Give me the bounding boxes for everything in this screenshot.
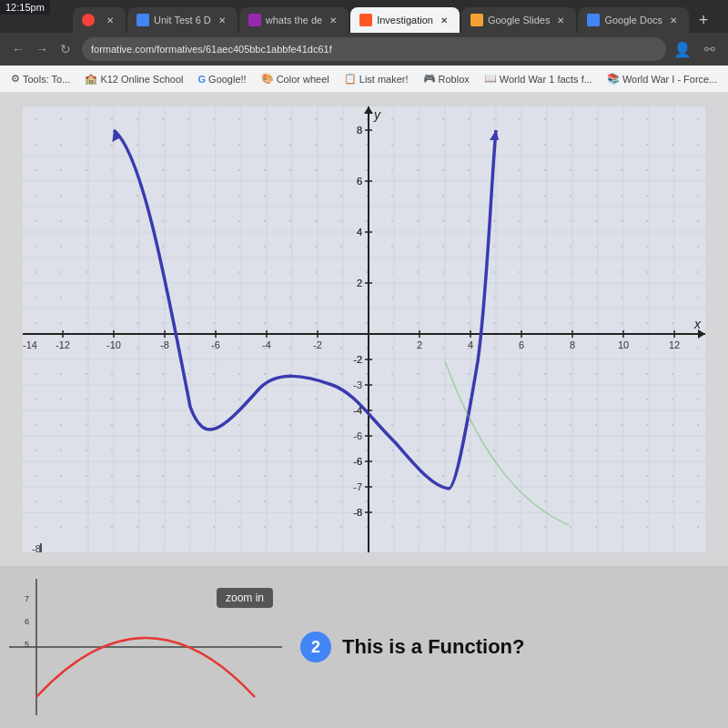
svg-text:2: 2 — [357, 278, 362, 288]
bookmark-ww1force-icon: 📚 — [607, 73, 620, 85]
svg-text:4: 4 — [468, 339, 473, 350]
svg-text:8: 8 — [357, 125, 362, 136]
bookmark-roblox[interactable]: 🎮 Roblox — [420, 71, 473, 86]
tab-3-label: whats the de — [266, 15, 322, 25]
question-number: 2 — [300, 632, 331, 662]
question-area: 2 This is a Function? — [300, 632, 719, 662]
svg-text:-8: -8 — [32, 543, 41, 552]
svg-text:-4: -4 — [262, 339, 271, 350]
svg-text:-8: -8 — [353, 507, 362, 518]
svg-text:-12: -12 — [56, 339, 70, 350]
bookmark-listmaker-icon: 📋 — [344, 73, 357, 85]
svg-text:10: 10 — [618, 339, 629, 350]
bookmark-google-icon: G — [198, 74, 207, 85]
tab-3-close[interactable]: ✕ — [327, 14, 339, 26]
bookmark-colorwheel-icon: 🎨 — [261, 73, 274, 85]
tab-6[interactable]: Google Docs ✕ — [578, 7, 689, 33]
tab-1-close[interactable]: ✕ — [104, 14, 116, 26]
tab-2-close[interactable]: ✕ — [216, 14, 228, 26]
profile-button[interactable]: 👤 — [672, 38, 693, 60]
svg-text:5: 5 — [25, 640, 29, 649]
svg-text:-6: -6 — [353, 456, 362, 467]
browser-chrome: 12:15pm ✕ Unit Test 6 D ✕ whats the de ✕… — [0, 0, 728, 93]
svg-text:6: 6 — [519, 339, 524, 350]
tab-4-close[interactable]: ✕ — [438, 14, 450, 26]
mini-graph: 7 6 5 zoom in — [9, 579, 282, 715]
tab-5[interactable]: Google Slides ✕ — [461, 7, 577, 33]
bookmark-colorwheel[interactable]: 🎨 Color wheel — [258, 71, 333, 86]
tab-5-label: Google Slides — [488, 15, 551, 25]
address-bar-row: ← → ↻ formative.com/formatives/61aec405b… — [0, 33, 728, 66]
svg-text:2: 2 — [417, 339, 422, 350]
bookmark-tools-icon: ⚙ — [11, 73, 20, 85]
address-bar[interactable]: formative.com/formatives/61aec405bbc1abb… — [82, 37, 666, 61]
tab-2-favicon — [136, 14, 149, 26]
svg-text:-6: -6 — [353, 430, 362, 441]
bookmark-google[interactable]: G Google!! — [195, 72, 250, 86]
nav-buttons: ← → ↻ — [7, 38, 76, 60]
svg-text:8: 8 — [570, 339, 575, 350]
bookmark-listmaker-label: List maker! — [359, 74, 409, 85]
tab-3[interactable]: whats the de ✕ — [239, 7, 349, 33]
tab-4[interactable]: Investigation ✕ — [350, 7, 460, 33]
bookmark-colorwheel-label: Color wheel — [277, 74, 329, 85]
tab-5-close[interactable]: ✕ — [554, 14, 567, 26]
svg-text:-2: -2 — [313, 339, 322, 350]
bookmark-listmaker[interactable]: 📋 List maker! — [340, 71, 412, 86]
svg-text:4: 4 — [357, 227, 362, 238]
svg-rect-2 — [23, 106, 705, 552]
bookmark-google-label: Google!! — [208, 74, 247, 85]
tab-2[interactable]: Unit Test 6 D ✕ — [127, 7, 238, 33]
svg-text:-2: -2 — [353, 354, 362, 365]
extensions-button[interactable]: ⚯ — [699, 38, 721, 60]
graph-area: x y -12 -10 -8 -6 -4 — [0, 93, 728, 566]
address-text: formative.com/formatives/61aec405bbc1abb… — [91, 44, 332, 55]
back-button[interactable]: ← — [7, 38, 29, 60]
bookmark-ww1force-label: World War I - Force... — [622, 74, 718, 85]
tab-6-close[interactable]: ✕ — [667, 14, 680, 26]
bookmark-k12[interactable]: 🏫 K12 Online School — [81, 71, 187, 86]
bookmark-ww1facts-icon: 📖 — [484, 73, 497, 85]
svg-text:-3: -3 — [353, 379, 362, 390]
tab-bar: 12:15pm ✕ Unit Test 6 D ✕ whats the de ✕… — [0, 0, 728, 33]
forward-button[interactable]: → — [31, 38, 53, 60]
bookmark-k12-label: K12 Online School — [100, 74, 183, 85]
svg-text:-7: -7 — [353, 481, 362, 492]
bookmark-ww1facts-label: World War 1 facts f... — [500, 74, 592, 85]
question-text: This is a Function? — [342, 635, 524, 659]
bookmark-roblox-icon: 🎮 — [423, 73, 436, 85]
refresh-button[interactable]: ↻ — [55, 38, 76, 60]
svg-text:-10: -10 — [106, 339, 121, 350]
main-content: x y -12 -10 -8 -6 -4 — [0, 93, 728, 728]
bookmarks-bar: ⚙ Tools: To... 🏫 K12 Online School G Goo… — [0, 66, 728, 93]
tab-6-favicon — [587, 14, 600, 26]
svg-text:-8: -8 — [160, 339, 169, 350]
bookmark-tools[interactable]: ⚙ Tools: To... — [7, 71, 74, 86]
bookmark-ww1facts[interactable]: 📖 World War 1 facts f... — [480, 71, 596, 86]
graph-svg: x y -12 -10 -8 -6 -4 — [23, 106, 705, 552]
bookmark-tools-label: Tools: To... — [23, 74, 70, 85]
x-axis-label: x — [693, 317, 702, 331]
svg-text:6: 6 — [25, 617, 29, 626]
svg-text:12: 12 — [669, 339, 680, 350]
tab-4-favicon — [359, 14, 372, 26]
tab-2-label: Unit Test 6 D — [154, 15, 211, 25]
y-axis-label: y — [373, 107, 381, 122]
tab-5-favicon — [470, 14, 483, 26]
bookmark-roblox-label: Roblox — [439, 74, 470, 85]
new-tab-button[interactable]: + — [691, 7, 716, 33]
tab-6-label: Google Docs — [604, 15, 662, 25]
tab-1[interactable]: ✕ — [73, 7, 126, 33]
svg-text:6: 6 — [357, 176, 362, 187]
graph-container: x y -12 -10 -8 -6 -4 — [23, 106, 705, 552]
svg-text:-14: -14 — [23, 339, 37, 350]
bookmark-k12-icon: 🏫 — [85, 73, 97, 85]
zoom-in-button[interactable]: zoom in — [217, 588, 273, 608]
bookmark-ww1force[interactable]: 📚 World War I - Force... — [603, 71, 722, 86]
svg-text:-6: -6 — [211, 339, 220, 350]
time-display: 12:15pm — [0, 0, 50, 15]
bottom-section: 7 6 5 zoom in 2 This is a Function? — [0, 566, 728, 728]
tab-1-favicon — [82, 14, 95, 26]
tab-4-label: Investigation — [377, 15, 433, 25]
svg-text:7: 7 — [25, 594, 29, 603]
